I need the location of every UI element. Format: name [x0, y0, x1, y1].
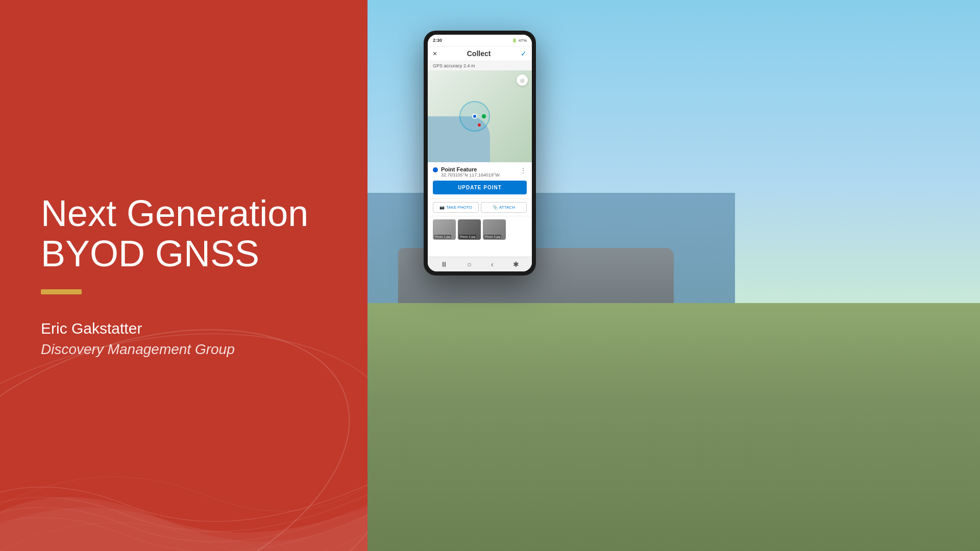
take-photo-button[interactable]: 📷 TAKE PHOTO [433, 202, 479, 213]
photo-label-1: Photo 1.jpg [434, 235, 451, 239]
scene-ground [368, 303, 980, 551]
confirm-button[interactable]: ✓ [521, 49, 527, 58]
photo-label-3: Photo 3.jpg [484, 235, 501, 239]
author-org: Discovery Management Group [41, 341, 327, 358]
left-panel: Next Generation BYOD GNSS Eric Gakstatte… [0, 0, 368, 551]
nav-bluetooth-icon[interactable]: ✱ [513, 260, 519, 268]
photo-thumb-1[interactable]: Photo 1.jpg [433, 219, 456, 240]
slide-title: Next Generation BYOD GNSS [41, 193, 327, 274]
feature-coords: 32.703105°N 117.164019°W [441, 172, 500, 178]
gps-accuracy-text: GPS accuracy 2.4 m [433, 63, 475, 68]
header-title: Collect [467, 49, 491, 58]
photo-thumb-3[interactable]: Photo 3.jpg [483, 219, 506, 240]
phone-mockup: 2:30 🔋 47% × Collect ✓ GPS accuracy 2.4 … [424, 31, 536, 276]
photo-attach-row: 📷 TAKE PHOTO 📎 ATTACH [428, 199, 532, 216]
photo-label-2: Photo 2.jpg [459, 235, 476, 239]
gps-accuracy-bar: GPS accuracy 2.4 m [428, 61, 532, 70]
feature-details: Point Feature 32.703105°N 117.164019°W [441, 166, 500, 178]
nav-pause-icon[interactable]: ⏸ [440, 260, 448, 268]
phone-header: × Collect ✓ [428, 46, 532, 61]
phone-nav-bar: ⏸ ○ ‹ ✱ [428, 257, 532, 271]
right-panel: 2:30 🔋 47% × Collect ✓ GPS accuracy 2.4 … [368, 0, 980, 551]
photo-thumbnails: Photo 1.jpg Photo 2.jpg Photo 3.jpg [428, 216, 532, 243]
feature-card: Point Feature 32.703105°N 117.164019°W ⋮… [428, 162, 532, 199]
attach-label: ATTACH [499, 205, 515, 210]
battery-level: 47% [519, 38, 527, 43]
nav-back-icon[interactable]: ‹ [491, 260, 494, 268]
battery-icon: 🔋 [512, 38, 517, 43]
feature-name: Point Feature [441, 166, 500, 172]
feature-menu-button[interactable]: ⋮ [520, 166, 527, 174]
map-current-location-dot [472, 114, 477, 119]
accent-bar [41, 289, 82, 294]
author-name: Eric Gakstatter [41, 320, 327, 337]
feature-header: Point Feature 32.703105°N 117.164019°W ⋮ [433, 166, 527, 178]
nav-home-icon[interactable]: ○ [467, 260, 471, 268]
status-icons: 🔋 47% [512, 38, 527, 43]
close-button[interactable]: × [433, 49, 437, 58]
photo-thumb-2[interactable]: Photo 2.jpg [458, 219, 481, 240]
take-photo-label: TAKE PHOTO [446, 205, 472, 210]
compass-icon: ◎ [520, 78, 525, 83]
phone-map[interactable]: ◎ [428, 70, 532, 162]
attach-icon: 📎 [493, 205, 498, 210]
attach-button[interactable]: 📎 ATTACH [481, 202, 527, 213]
status-time: 2:30 [433, 38, 442, 43]
phone-screen: 2:30 🔋 47% × Collect ✓ GPS accuracy 2.4 … [428, 35, 532, 271]
camera-icon: 📷 [439, 205, 445, 210]
phone-status-bar: 2:30 🔋 47% [428, 35, 532, 46]
update-point-button[interactable]: UPDATE POINT [433, 181, 527, 194]
feature-dot [433, 167, 438, 172]
feature-info: Point Feature 32.703105°N 117.164019°W [433, 166, 500, 178]
map-compass[interactable]: ◎ [517, 74, 528, 86]
